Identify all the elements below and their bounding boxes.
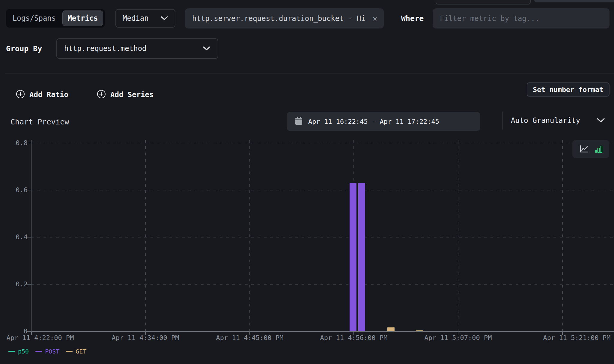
add-series-label: Add Series	[110, 91, 154, 99]
group-by-select[interactable]: http.request.method	[56, 38, 218, 59]
group-by-value: http.request.method	[64, 44, 147, 53]
date-range-text: Apr 11 16:22:45 - Apr 11 17:22:45	[308, 118, 439, 125]
chart-type-toggle	[572, 140, 609, 158]
x-axis-label: Apr 11 4:22:00 PM	[6, 334, 74, 342]
metric-name: http.server.request.duration_bucket - Hi	[192, 14, 373, 23]
y-axis-line	[31, 140, 31, 332]
v-gridline	[249, 140, 250, 331]
bar-chart-icon[interactable]	[595, 145, 603, 153]
top-cropped-control[interactable]	[534, 0, 614, 2]
h-gridline	[31, 143, 614, 143]
bar-post[interactable]	[350, 183, 356, 331]
x-axis-label: Apr 11 4:34:00 PM	[112, 334, 179, 342]
granularity-select[interactable]: Auto Granularity	[502, 112, 614, 130]
source-toggle-group: Logs/Spans Metrics	[6, 9, 105, 28]
legend-item-get[interactable]: GET	[66, 348, 86, 355]
plus-circle-icon	[97, 89, 106, 100]
set-number-format-button[interactable]: Set number format	[527, 82, 610, 97]
add-ratio-label: Add Ratio	[29, 91, 68, 99]
bar-get[interactable]	[416, 330, 423, 331]
legend-item-post[interactable]: POST	[35, 348, 59, 355]
chevron-down-icon	[597, 116, 605, 125]
y-axis-label: 0.4	[0, 233, 28, 241]
legend-label: p50	[18, 348, 29, 355]
x-axis-line	[28, 331, 614, 332]
chart-preview-title: Chart Preview	[10, 118, 69, 126]
plus-circle-icon	[16, 89, 25, 100]
h-gridline	[31, 190, 614, 190]
y-axis-label: 0.6	[0, 186, 28, 194]
chevron-down-icon	[203, 44, 210, 53]
v-gridline	[458, 140, 458, 331]
metric-selector[interactable]: http.server.request.duration_bucket - Hi…	[185, 8, 384, 28]
add-ratio-button[interactable]: Add Ratio	[16, 89, 68, 101]
close-icon[interactable]: ✕	[373, 14, 377, 23]
add-series-button[interactable]: Add Series	[97, 89, 154, 101]
date-range-picker[interactable]: Apr 11 16:22:45 - Apr 11 17:22:45	[287, 112, 480, 131]
legend-color-dash	[8, 351, 15, 352]
y-axis-label: 0.2	[0, 280, 28, 288]
aggregation-select[interactable]: Median	[115, 9, 175, 28]
h-gridline	[31, 237, 614, 237]
x-axis-label: Apr 11 4:45:00 PM	[216, 334, 283, 342]
legend-item-p50[interactable]: p50	[8, 348, 29, 355]
chevron-down-icon	[160, 14, 168, 22]
y-axis-label: 0.8	[0, 139, 28, 147]
legend-label: GET	[76, 348, 86, 355]
line-chart-icon[interactable]	[579, 145, 589, 153]
legend-color-dash	[66, 351, 73, 352]
v-gridline	[562, 140, 563, 331]
where-label: Where	[401, 8, 424, 28]
toggle-logs-spans[interactable]: Logs/Spans	[6, 14, 62, 22]
calendar-icon	[295, 116, 303, 127]
x-axis-label: Apr 11 4:56:00 PM	[320, 334, 387, 342]
x-axis-label: Apr 11 5:07:00 PM	[424, 334, 492, 342]
v-gridline	[145, 140, 146, 331]
filter-input[interactable]	[433, 8, 610, 28]
chart-legend: p50POSTGET	[8, 347, 86, 356]
section-divider	[5, 73, 614, 73]
bar-post[interactable]	[358, 183, 365, 331]
bar-get[interactable]	[387, 327, 395, 331]
group-by-label: Group By	[6, 38, 42, 59]
legend-color-dash	[35, 351, 42, 352]
top-cropped-control-outline[interactable]	[436, 0, 531, 4]
granularity-value: Auto Granularity	[511, 116, 580, 125]
h-gridline	[31, 284, 614, 285]
toggle-metrics[interactable]: Metrics	[62, 10, 103, 26]
x-axis-label: Apr 11 5:21:00 PM	[543, 334, 610, 342]
aggregation-value: Median	[123, 14, 149, 22]
legend-label: POST	[45, 348, 59, 355]
